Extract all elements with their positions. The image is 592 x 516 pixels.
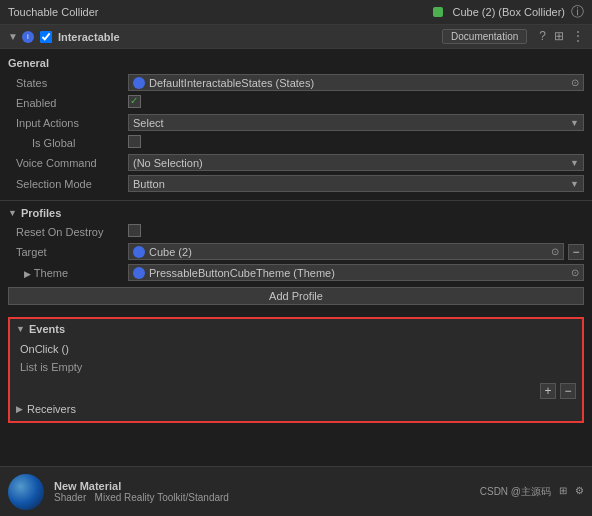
is-global-row: Is Global (8, 133, 584, 152)
top-bar: Touchable Collider Cube (2) (Box Collide… (0, 0, 592, 25)
collider-name: Cube (2) (Box Collider) (453, 6, 565, 18)
material-info: New Material Shader Mixed Reality Toolki… (54, 480, 470, 503)
theme-label-text: Theme (34, 267, 68, 279)
voice-dropdown-arrow-icon: ▼ (570, 158, 579, 168)
dropdown-arrow-icon: ▼ (570, 118, 579, 128)
plus-minus-row: + − (16, 383, 576, 399)
states-text: DefaultInteractableStates (States) (149, 77, 314, 89)
watermark-text: CSDN @主源码 (480, 485, 551, 499)
interactable-header: ▼ i Interactable Documentation ? ⊞ ⋮ (0, 25, 592, 49)
is-global-value (128, 135, 584, 150)
is-global-checkbox[interactable] (128, 135, 141, 148)
enabled-row: Enabled (8, 93, 584, 112)
material-name: New Material (54, 480, 470, 492)
input-actions-value: Select ▼ (128, 114, 584, 131)
interactable-title: Interactable (58, 31, 438, 43)
general-section: General States DefaultInteractableStates… (0, 49, 592, 198)
theme-fold-icon[interactable]: ▶ (24, 269, 31, 279)
selection-dropdown-arrow-icon: ▼ (570, 179, 579, 189)
reset-on-destroy-checkbox[interactable] (128, 224, 141, 237)
theme-label: ▶ Theme (8, 267, 128, 279)
events-fold-arrow-icon: ▼ (16, 324, 25, 334)
general-title: General (8, 57, 584, 69)
voice-command-label: Voice Command (8, 157, 128, 169)
add-event-button[interactable]: + (540, 383, 556, 399)
input-actions-row: Input Actions Select ▼ (8, 112, 584, 133)
target-field[interactable]: Cube (2) ⊙ (128, 243, 564, 260)
layout-icon[interactable]: ⊞ (554, 29, 564, 44)
remove-target-button[interactable]: − (568, 244, 584, 260)
selection-mode-text: Button (133, 178, 165, 190)
fold-arrow-icon[interactable]: ▼ (8, 31, 18, 42)
target-dot-icon[interactable]: ⊙ (551, 246, 559, 257)
receivers-fold-arrow-icon: ▶ (16, 404, 23, 414)
voice-command-row: Voice Command (No Selection) ▼ (8, 152, 584, 173)
states-row: States DefaultInteractableStates (States… (8, 72, 584, 93)
theme-row: ▶ Theme PressableButtonCubeTheme (Theme)… (8, 262, 584, 283)
voice-command-value: (No Selection) ▼ (128, 154, 584, 171)
voice-command-text: (No Selection) (133, 157, 203, 169)
voice-command-dropdown[interactable]: (No Selection) ▼ (128, 154, 584, 171)
help-icon[interactable]: ? (539, 29, 546, 44)
reset-on-destroy-label: Reset On Destroy (8, 226, 128, 238)
states-dot-icon[interactable]: ⊙ (571, 77, 579, 88)
interactable-checkbox[interactable] (40, 31, 52, 43)
reset-on-destroy-row: Reset On Destroy (8, 222, 584, 241)
documentation-button[interactable]: Documentation (442, 29, 527, 44)
add-profile-button[interactable]: Add Profile (8, 287, 584, 305)
theme-dot-icon[interactable]: ⊙ (571, 267, 579, 278)
states-icon (133, 77, 145, 89)
selection-mode-dropdown[interactable]: Button ▼ (128, 175, 584, 192)
events-title-row: ▼ Events (16, 323, 576, 335)
enabled-label: Enabled (8, 97, 128, 109)
target-icon (133, 246, 145, 258)
is-global-label: Is Global (8, 137, 128, 149)
bottom-right-icons: CSDN @主源码 ⊞ ⚙ (480, 485, 584, 499)
theme-value-text: PressableButtonCubeTheme (Theme) (149, 267, 335, 279)
states-value: DefaultInteractableStates (States) ⊙ (128, 74, 584, 91)
target-label: Target (8, 246, 128, 258)
shader-value: Mixed Reality Toolkit/Standard (95, 492, 229, 503)
profiles-section: ▼ Profiles Reset On Destroy Target Cube … (0, 203, 592, 313)
material-sphere-preview (8, 474, 44, 510)
onclick-label: OnClick () (16, 341, 576, 357)
enabled-value (128, 95, 584, 110)
enabled-checkbox[interactable] (128, 95, 141, 108)
bottom-bar: New Material Shader Mixed Reality Toolki… (0, 466, 592, 516)
states-label: States (8, 77, 128, 89)
events-section: ▼ Events OnClick () List is Empty + − ▶ … (8, 317, 584, 423)
selection-mode-row: Selection Mode Button ▼ (8, 173, 584, 194)
green-dot-icon (433, 7, 443, 17)
profiles-title: Profiles (21, 207, 61, 219)
selection-mode-value: Button ▼ (128, 175, 584, 192)
states-field[interactable]: DefaultInteractableStates (States) ⊙ (128, 74, 584, 91)
gear-bottom-icon[interactable]: ⚙ (575, 485, 584, 499)
theme-field[interactable]: PressableButtonCubeTheme (Theme) ⊙ (128, 264, 584, 281)
material-shader: Shader Mixed Reality Toolkit/Standard (54, 492, 470, 503)
receivers-label: Receivers (27, 403, 76, 415)
selection-mode-label: Selection Mode (8, 178, 128, 190)
more-icon[interactable]: ⋮ (572, 29, 584, 44)
interactable-icon: i (22, 31, 34, 43)
profiles-fold-header[interactable]: ▼ Profiles (8, 207, 584, 219)
grid-bottom-icon[interactable]: ⊞ (559, 485, 567, 499)
profiles-fold-arrow-icon: ▼ (8, 208, 17, 218)
input-actions-label: Input Actions (8, 117, 128, 129)
events-title-text: Events (29, 323, 65, 335)
theme-value: PressableButtonCubeTheme (Theme) ⊙ (128, 264, 584, 281)
info-circle-icon[interactable]: ⓘ (571, 3, 584, 21)
target-value-text: Cube (2) (149, 246, 192, 258)
remove-event-button[interactable]: − (560, 383, 576, 399)
receivers-row: ▶ Receivers (16, 401, 576, 417)
target-field-area: Cube (2) ⊙ − (128, 243, 584, 260)
section-icons: Documentation ? ⊞ ⋮ (442, 29, 584, 44)
events-content: OnClick () List is Empty + − (16, 339, 576, 401)
box-collider-label: Cube (2) (Box Collider) ⓘ (433, 3, 584, 21)
input-actions-dropdown[interactable]: Select ▼ (128, 114, 584, 131)
theme-icon (133, 267, 145, 279)
target-row: Target Cube (2) ⊙ − (8, 241, 584, 262)
touchable-collider-label: Touchable Collider (8, 6, 99, 18)
input-actions-text: Select (133, 117, 164, 129)
list-empty-text: List is Empty (16, 357, 576, 381)
shader-label: Shader (54, 492, 86, 503)
